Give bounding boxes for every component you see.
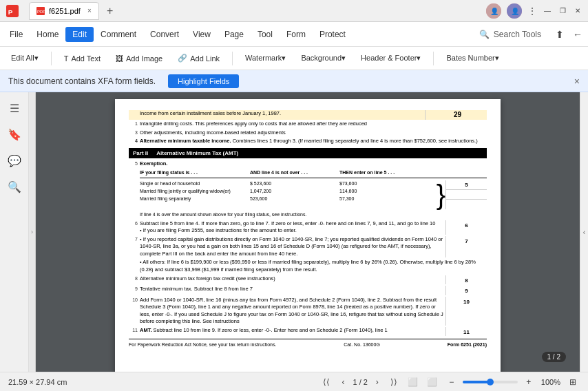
app-icon: P	[6, 4, 19, 18]
pdf-footer: For Paperwork Reduction Act Notice, see …	[129, 339, 487, 348]
watermark-button[interactable]: Watermark▾	[240, 52, 291, 65]
add-image-button[interactable]: 🖼 Add Image	[110, 52, 168, 65]
menu-view[interactable]: View	[186, 27, 218, 42]
line7-box: 7	[445, 236, 487, 258]
menu-convert[interactable]: Convert	[143, 27, 186, 42]
pdf-tab[interactable]: PDF f6251.pdf ×	[29, 2, 99, 20]
fit-page-button[interactable]: ⬜	[426, 375, 439, 389]
menu-edit[interactable]: Edit	[65, 27, 94, 42]
sidebar-bookmarks-icon[interactable]: 🔖	[3, 123, 26, 146]
zoom-in-button[interactable]: +	[522, 375, 536, 389]
zoom-slider-fill	[463, 381, 490, 383]
status-bar-right: ⟨⟨ ‹ 1 / 2 › ⟩⟩ ⬜ ⬜ − + 100% ⊞	[319, 375, 580, 389]
exemption-table-header: IF your filing status is . . . AND line …	[140, 169, 487, 178]
first-page-button[interactable]: ⟨⟨	[319, 375, 333, 389]
search-tools-label: Search Tools	[494, 30, 541, 39]
pdf-content: Income from certain installment sales be…	[129, 110, 487, 348]
add-text-button[interactable]: T Add Text	[59, 52, 106, 65]
svg-text:P: P	[8, 8, 13, 15]
status-bar: 21.59 × 27.94 cm ⟨⟨ ‹ 1 / 2 › ⟩⟩ ⬜ ⬜ − +…	[0, 372, 588, 391]
table-row-married-jointly: Married filing jointly or qualifying wid…	[140, 188, 434, 195]
search-tools-button[interactable]: 🔍 Search Tools	[472, 27, 548, 42]
header-footer-button[interactable]: Header & Footer▾	[355, 52, 426, 65]
prev-page-button[interactable]: ‹	[336, 375, 350, 389]
add-text-icon: T	[64, 54, 69, 63]
new-tab-button[interactable]: +	[102, 3, 118, 19]
page-display: 1 / 2	[353, 378, 367, 386]
menu-comment[interactable]: Comment	[94, 27, 143, 42]
restore-button[interactable]: ❐	[558, 6, 567, 16]
line3-row: 3 Other adjustments, including income-ba…	[129, 129, 487, 137]
menu-tool[interactable]: Tool	[251, 27, 280, 42]
svg-text:PDF: PDF	[37, 10, 45, 14]
xfa-close-button[interactable]: ×	[574, 76, 580, 87]
tab-close-btn[interactable]: ×	[87, 7, 92, 14]
line11-row: 11 AMT. Subtract line 10 from line 9. If…	[129, 327, 487, 336]
close-button[interactable]: ✕	[573, 6, 582, 16]
menu-page[interactable]: Page	[218, 27, 251, 42]
left-sidebar: ☰ 🔖 💬 🔍	[0, 92, 29, 372]
table-row-married-separately: Married filing separately 523,600 57,300	[140, 196, 434, 202]
right-sidebar-toggle[interactable]: ‹	[580, 92, 588, 372]
last-page-button[interactable]: ⟩⟩	[387, 375, 401, 389]
separator-2	[232, 52, 233, 65]
add-link-icon: 🔗	[178, 54, 187, 63]
edit-toolbar: Edit All▾ T Add Text 🖼 Add Image 🔗 Add L…	[0, 47, 588, 70]
menu-form[interactable]: Form	[280, 27, 313, 42]
line8-row: 8 Alternative minimum tax foreign tax cr…	[129, 275, 487, 284]
if-line4-over-text: If line 4 is over the amount shown above…	[140, 211, 487, 218]
more-options-icon[interactable]: ⋮	[527, 6, 537, 17]
main-area: ☰ 🔖 💬 🔍 › Income from certain installmen…	[0, 92, 588, 372]
col2-header: AND line 4 is not over . . .	[250, 169, 339, 176]
back-icon[interactable]: ←	[570, 27, 585, 42]
menu-protect[interactable]: Protect	[313, 27, 353, 42]
user-avatar[interactable]: 👤	[486, 3, 501, 19]
page-badge: 1 / 2	[542, 352, 566, 362]
bates-number-button[interactable]: Bates Number▾	[441, 52, 504, 65]
col1-header: IF your filing status is . . .	[140, 169, 250, 176]
fit-width-button[interactable]: ⬜	[406, 375, 420, 389]
tab-bar: PDF f6251.pdf × +	[29, 2, 118, 20]
share-icon[interactable]: ⬆	[552, 27, 567, 42]
zoom-control: − +	[445, 375, 536, 389]
add-link-button[interactable]: 🔗 Add Link	[172, 52, 225, 65]
part-ii-header: Part II Alternative Minimum Tax (AMT)	[129, 148, 487, 158]
col3-header: THEN enter on line 5 . . .	[339, 169, 487, 176]
highlight-fields-button[interactable]: Highlight Fields	[168, 74, 239, 88]
pdf-file-icon: PDF	[36, 7, 45, 15]
zoom-out-button[interactable]: −	[445, 375, 459, 389]
second-avatar[interactable]: 👤	[507, 3, 522, 19]
sidebar-search-icon[interactable]: 🔍	[3, 175, 26, 198]
line7-row: 7 • If you reported capital gain distrib…	[129, 236, 487, 258]
xfa-notification-bar: This document contains XFA form fields. …	[0, 70, 588, 92]
sidebar-thumbnails-icon[interactable]: ☰	[3, 96, 26, 120]
minimize-button[interactable]: —	[543, 6, 552, 16]
zoom-slider[interactable]	[463, 381, 518, 383]
menu-bar: File Home Edit Comment Convert View Page…	[0, 22, 588, 47]
title-bar-right: 👤 👤 ⋮ — ❐ ✕	[486, 3, 582, 19]
pdf-area[interactable]: Income from certain installment sales be…	[36, 92, 580, 372]
line5-input-boxes: 5	[445, 180, 487, 209]
zoom-slider-thumb[interactable]	[487, 379, 494, 385]
line8-box: 8	[445, 275, 487, 284]
line4-row: 4 Alternative minimum taxable income. Co…	[129, 138, 487, 145]
xfa-message: This document contains XFA form fields.	[8, 76, 156, 86]
income-installment-row: Income from certain installment sales be…	[129, 110, 487, 120]
zoom-level: 100%	[541, 378, 560, 386]
pdf-page: Income from certain installment sales be…	[115, 99, 501, 372]
edit-all-button[interactable]: Edit All▾	[6, 52, 44, 65]
menu-file[interactable]: File	[3, 27, 30, 42]
svg-text:👤: 👤	[490, 7, 499, 16]
title-bar-left: P PDF f6251.pdf × +	[6, 2, 118, 20]
line10-box: 10	[445, 297, 487, 326]
fullscreen-button[interactable]: ⊞	[566, 375, 580, 389]
next-page-button[interactable]: ›	[370, 375, 384, 389]
background-button[interactable]: Background▾	[295, 52, 351, 65]
sidebar-expand-handle[interactable]: ›	[29, 92, 36, 372]
line9-box: 9	[445, 286, 487, 295]
add-image-icon: 🖼	[116, 54, 123, 63]
menu-home[interactable]: Home	[30, 27, 65, 42]
sidebar-comments-icon[interactable]: 💬	[3, 149, 26, 172]
line10-row: 10 Add Form 1040 or 1040-SR, line 16 (mi…	[129, 297, 487, 326]
all-others-row: • All others: If line 6 is $199,900 or l…	[129, 259, 487, 273]
